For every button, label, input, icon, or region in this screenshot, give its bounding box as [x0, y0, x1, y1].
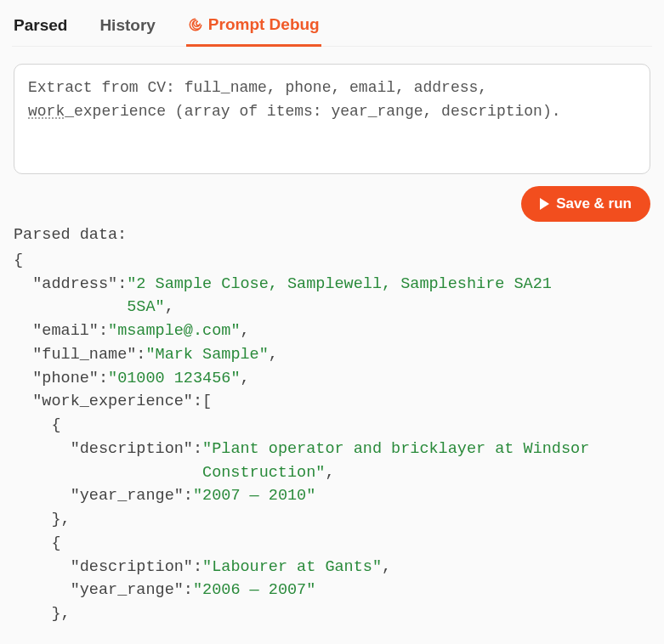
tab-prompt-debug[interactable]: Prompt Debug	[186, 10, 321, 47]
json-fullname: Mark Sample	[156, 346, 259, 364]
spiral-icon	[188, 17, 203, 32]
parsed-output: Parsed data: { "address":"2 Sample Close…	[14, 223, 650, 626]
prompt-underlined-word: work	[28, 103, 65, 120]
tab-parsed[interactable]: Parsed	[12, 10, 69, 46]
parsed-heading: Parsed data:	[14, 223, 650, 247]
json-we1-yr: 2006 — 2007	[202, 581, 306, 599]
prompt-line2-rest: _experience (array of items: year_range,…	[65, 103, 560, 120]
content-area: Extract from CV: full_name, phone, email…	[12, 47, 652, 626]
tabs-bar: Parsed History Prompt Debug	[12, 10, 652, 47]
json-email: msample@.com	[117, 322, 230, 340]
play-icon	[540, 198, 549, 210]
json-block: { "address":"2 Sample Close, Samplewell,…	[14, 249, 650, 626]
json-we0-yr: 2007 — 2010	[202, 487, 306, 505]
json-we0-desc-l1: Plant operator and bricklayer at Windsor	[212, 440, 589, 458]
save-run-button[interactable]: Save & run	[521, 186, 650, 222]
json-address-l1: 2 Sample Close, Samplewell, Sampleshire …	[136, 275, 551, 293]
prompt-line1: Extract from CV: full_name, phone, email…	[28, 79, 487, 96]
action-row: Save & run	[14, 186, 650, 222]
tab-history[interactable]: History	[98, 10, 156, 46]
json-address-l2: 5SA	[127, 298, 155, 316]
json-phone: 01000 123456	[117, 370, 230, 387]
json-we1-desc: Labourer at Gants	[212, 558, 372, 576]
json-we0-desc-l2: Construction	[202, 464, 315, 482]
tab-prompt-debug-label: Prompt Debug	[208, 15, 320, 34]
save-run-label: Save & run	[556, 195, 632, 212]
prompt-textarea[interactable]: Extract from CV: full_name, phone, email…	[14, 64, 650, 174]
